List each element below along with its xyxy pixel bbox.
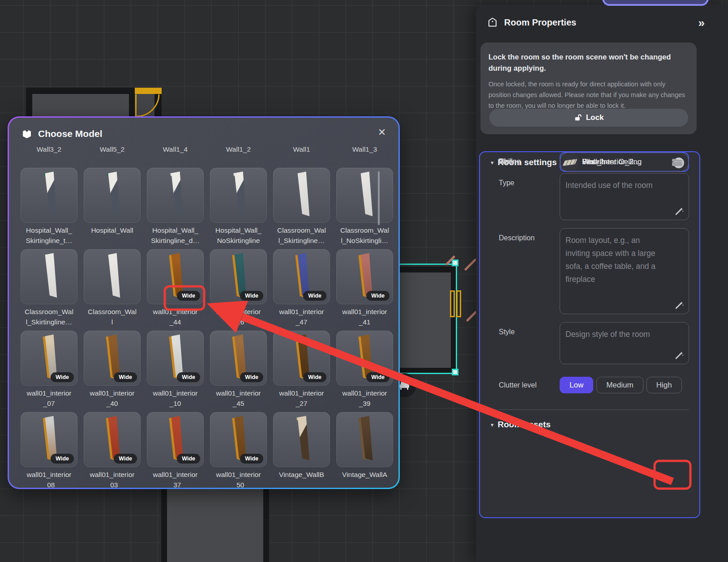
model-name-line2: l_Skirtingline… [273,235,330,246]
model-thumbnail[interactable]: Wide [21,249,77,304]
model-name-line1: wall01_interior [147,469,204,480]
model-thumbnail[interactable]: Wide [273,168,330,223]
model-thumbnail[interactable]: Wide [147,331,204,386]
panel-title: Room Properties [504,17,576,28]
model-thumbnail[interactable]: Wide [210,412,267,467]
model-card[interactable]: Wide Classroom_Wal l [84,249,141,331]
model-card[interactable]: Wide wall01_interior _26 [210,249,267,331]
magic-wand-icon[interactable] [674,300,684,310]
model-card[interactable]: Wide Hospital_Wall_ NoSkirtingline [210,168,267,249]
clutter-option-button[interactable]: Low [560,377,593,393]
model-thumbnail[interactable]: Wide [273,412,330,467]
magic-wand-icon[interactable] [674,350,684,360]
choose-model-modal: Choose Model ✕ Wall3_2 Wall5_2 Wall1_4 W… [8,116,400,489]
type-label: Type [499,179,514,187]
model-card[interactable]: Wide wall01_interior _08 [21,412,77,488]
collapse-panel-button[interactable]: » [698,16,703,30]
model-card[interactable]: Wide wall01_interior _10 [147,331,204,412]
type-input[interactable]: Intended use of the room [560,173,689,220]
model-card[interactable]: Wide Hospital_Wall_ Skirtingline_d… [147,168,204,249]
model-thumbnail[interactable]: Wide [147,412,204,467]
model-card[interactable]: Wide wall01_interior _44 [147,249,204,331]
model-name-line2: _45 [210,398,267,409]
lock-button-label: Lock [586,113,604,122]
model-name-line2: _03 [84,480,141,488]
model-card[interactable]: Wide Classroom_Wal l_Skirtingline… [273,168,330,249]
wall-wedge-face [21,168,77,223]
model-card[interactable]: Wide wall01_interior _07 [21,331,77,412]
model-name-line2: _07 [21,398,77,409]
clutter-option-button[interactable]: Medium [596,377,643,393]
model-card[interactable]: Wide Hospital_Wall [84,168,141,249]
model-name-line2: _50 [210,480,267,488]
model-thumbnail[interactable]: Wide [147,168,204,223]
model-name-line2: _10 [147,398,204,409]
room-settings-panel: ▾ Room settings i Type Intended use of t… [479,151,700,518]
model-thumbnail[interactable]: Wide [21,168,77,223]
modal-scrollbar[interactable] [378,171,380,225]
model-card[interactable]: Wide wall01_interior _03 [84,412,141,488]
model-name-line1: wall01_interior [210,388,267,398]
clutter-option-button[interactable]: High [647,377,682,393]
model-name-line1: wall01_interior [336,388,393,398]
lock-card-body: Once locked, the room is ready for direc… [488,79,685,111]
model-name-line1: Hospital_Wall_ [21,225,77,235]
model-card[interactable]: Wide wall01_interior _41 [336,249,393,331]
choose-model-dialog: Choose Model ✕ Wall3_2 Wall5_2 Wall1_4 W… [9,118,398,488]
model-thumbnail[interactable]: Wide [21,412,77,467]
asset-thumbnail [562,154,578,170]
folder-icon[interactable] [672,157,683,167]
model-thumbnail[interactable]: Wide [84,331,141,386]
model-card[interactable]: Wide Vintage_WallB [273,412,330,488]
wide-badge: Wide [366,291,390,301]
model-thumbnail[interactable]: Wide [210,168,267,223]
model-thumbnail[interactable]: Wide [336,168,393,223]
model-thumbnail[interactable]: Wide [273,331,330,386]
model-thumbnail[interactable]: Wide [84,412,141,467]
description-input[interactable]: Room layout, e.g., an inviting space wit… [560,228,689,314]
model-thumbnail[interactable]: Wide [84,249,141,304]
style-input[interactable]: Design style of the room [560,322,689,364]
clutter-level-options: Low Medium High [560,377,682,393]
model-thumbnail[interactable]: Wide [147,249,204,304]
model-card[interactable]: Wide Hospital_Wall_ Skirtingline_t… [21,168,77,249]
wall-wedge-face [84,168,141,223]
wide-badge: Wide [240,291,263,301]
model-name-line1: wall01_interior [273,307,330,317]
model-name-line2: l_NoSkirtingli… [336,235,393,246]
model-card[interactable]: Wide wall01_interior _39 [336,331,393,412]
wide-badge: Wide [51,454,74,464]
model-column-label: Wall1_2 [210,145,267,153]
model-card[interactable]: Wide wall01_interior _40 [84,331,141,412]
model-column-label: Wall5_2 [84,145,141,153]
model-name-line2: _27 [273,398,330,409]
model-thumbnail[interactable]: Wide [336,412,393,467]
model-card[interactable]: Wide wall01_interior _27 [273,331,330,412]
model-card[interactable]: Wide Vintage_WallA [336,412,393,488]
model-card[interactable]: Wide wall01_interior _37 [147,412,204,488]
model-card[interactable]: Wide Classroom_Wal l_NoSkirtingli… [336,168,393,249]
model-thumbnail[interactable]: Wide [84,168,141,223]
model-card[interactable]: Wide wall01_interior _50 [210,412,267,488]
model-name-line2: Skirtingline_t… [21,235,77,246]
model-thumbnail[interactable]: Wide [210,331,267,386]
model-name-line1: wall01_interior [210,307,267,317]
model-card[interactable]: Wide wall01_interior _45 [210,331,267,412]
wide-badge: Wide [366,372,390,382]
furniture-tool-icon [398,380,410,390]
room-assets-header[interactable]: ▾ Room assets [491,420,551,430]
asset-picker[interactable]: Floor2 [560,152,689,172]
model-thumbnail[interactable]: Wide [210,249,267,304]
top-toolbar-partial[interactable] [602,0,709,6]
lock-button[interactable]: Lock [489,109,688,127]
model-card[interactable]: Wide wall01_interior _47 [273,249,330,331]
model-thumbnail[interactable]: Wide [336,249,393,304]
model-thumbnail[interactable]: Wide [21,331,77,386]
room-icon [487,17,498,28]
magic-wand-icon[interactable] [674,206,684,216]
model-thumbnail[interactable]: Wide [273,249,330,304]
close-icon[interactable]: ✕ [374,125,390,140]
collapse-caret-icon[interactable]: ▾ [491,422,494,428]
model-thumbnail[interactable]: Wide [336,331,393,386]
model-card[interactable]: Wide Classroom_Wal l_Skirtingline… [21,249,77,331]
